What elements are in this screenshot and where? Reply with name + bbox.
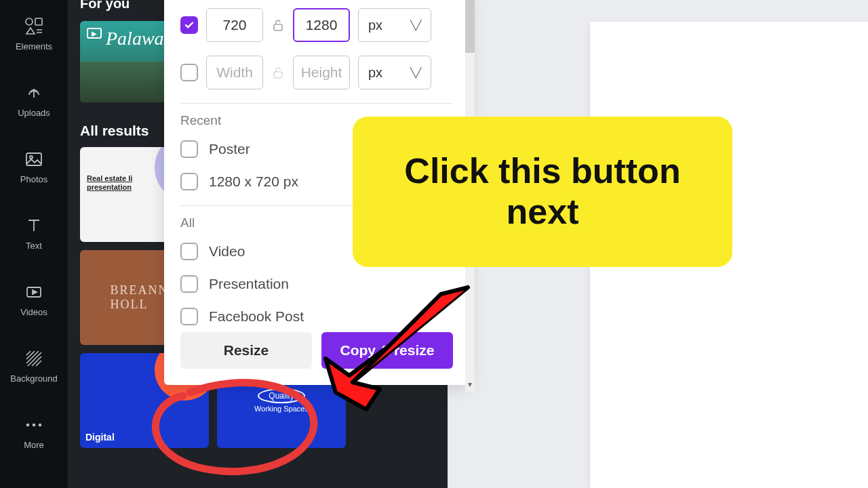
photos-icon <box>23 148 45 170</box>
svg-point-5 <box>26 423 30 426</box>
sidebar-item-label: Photos <box>20 174 47 184</box>
sidebar-item-label: Background <box>10 373 57 384</box>
template-title: Quality <box>258 388 304 403</box>
dimension-checkbox[interactable] <box>180 16 198 34</box>
option-label: Facebook Post <box>209 308 304 325</box>
chevron-down-icon: ╲╱ <box>410 20 421 30</box>
uploads-icon <box>23 82 45 104</box>
videos-icon <box>23 281 45 303</box>
option-checkbox[interactable] <box>180 308 198 325</box>
sidebar-item-photos[interactable]: Photos <box>0 133 68 199</box>
sidebar-item-videos[interactable]: Videos <box>0 266 68 332</box>
callout-text: Click this button next <box>372 151 713 232</box>
option-label: Presentation <box>209 276 289 292</box>
resize-option-presentation[interactable]: Presentation <box>180 275 453 293</box>
svg-rect-1 <box>35 18 42 25</box>
option-checkbox[interactable] <box>180 243 198 260</box>
template-title: Digital <box>85 432 115 443</box>
chevron-down-icon[interactable]: ▾ <box>465 380 475 389</box>
sidebar-item-label: More <box>24 440 44 450</box>
text-icon <box>23 215 45 237</box>
svg-point-3 <box>30 156 33 159</box>
option-checkbox[interactable] <box>180 140 198 158</box>
svg-rect-2 <box>26 153 41 165</box>
option-label: Video <box>209 243 245 260</box>
svg-rect-8 <box>274 24 282 30</box>
resize-button[interactable]: Resize <box>180 332 312 369</box>
chevron-down-icon: ╲╱ <box>410 67 421 78</box>
sidebar-item-elements[interactable]: Elements <box>0 0 68 66</box>
option-checkbox[interactable] <box>180 173 198 190</box>
sidebar-item-label: Text <box>26 241 42 251</box>
annotation-callout: Click this button next <box>353 117 732 267</box>
sidebar-item-label: Elements <box>16 41 52 52</box>
template-subtitle: Working Spaces <box>254 405 309 413</box>
play-icon: ▶ <box>87 28 102 39</box>
left-sidebar: Elements Uploads Photos Text <box>0 0 68 488</box>
width-input[interactable] <box>206 56 263 89</box>
template-title: Real estate lipresentation <box>87 174 132 192</box>
option-checkbox[interactable] <box>180 275 198 293</box>
height-input[interactable] <box>293 8 350 42</box>
svg-point-0 <box>26 18 33 25</box>
unit-select[interactable]: px ╲╱ <box>358 56 431 89</box>
svg-point-6 <box>33 423 36 426</box>
width-input[interactable] <box>206 8 263 42</box>
divider <box>180 103 453 104</box>
unit-label: px <box>368 18 382 33</box>
lock-icon[interactable] <box>271 16 285 35</box>
lock-icon[interactable] <box>271 63 285 82</box>
background-icon <box>23 348 45 369</box>
sidebar-item-background[interactable]: Background <box>0 332 68 399</box>
copy-and-resize-button[interactable]: Copy & resize <box>321 332 453 369</box>
unit-label: px <box>368 65 382 81</box>
sidebar-item-more[interactable]: More <box>0 399 68 465</box>
option-label: 868 x 488 px <box>209 174 298 190</box>
scrollbar-thumb[interactable] <box>465 0 475 53</box>
svg-rect-9 <box>274 72 282 78</box>
option-label: Poster <box>209 141 250 157</box>
sidebar-item-text[interactable]: Text <box>0 199 68 266</box>
sidebar-item-uploads[interactable]: Uploads <box>0 66 68 133</box>
resize-option-facebook-post[interactable]: Facebook Post <box>180 308 453 325</box>
template-title: Palawan <box>106 28 174 49</box>
elements-icon <box>23 16 45 37</box>
dimension-row-custom-2: px ╲╱ <box>180 56 453 89</box>
height-input[interactable] <box>293 56 350 89</box>
sidebar-item-label: Uploads <box>18 108 50 118</box>
dimension-row-custom-1: px ╲╱ <box>180 8 453 42</box>
dimension-checkbox[interactable] <box>180 64 198 81</box>
unit-select[interactable]: px ╲╱ <box>358 8 431 42</box>
svg-point-7 <box>39 423 42 426</box>
sidebar-item-label: Videos <box>20 307 47 317</box>
more-icon <box>23 414 45 436</box>
